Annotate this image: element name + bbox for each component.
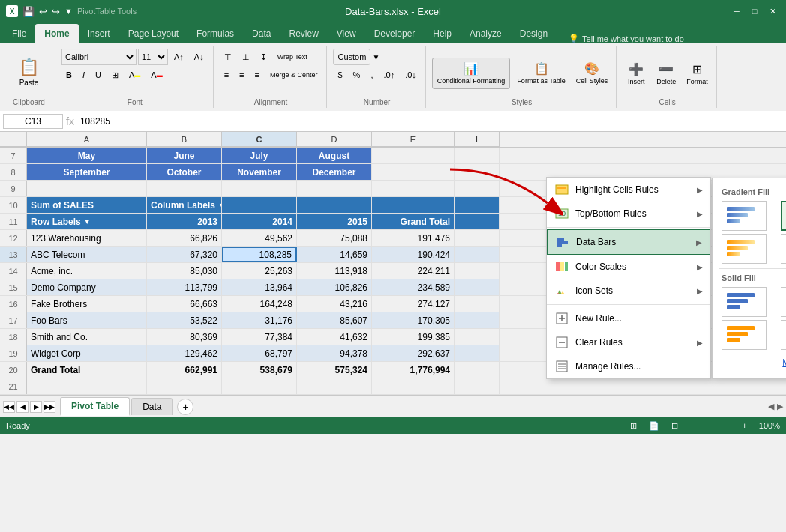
cell-b10[interactable]: Column Labels ▼	[147, 197, 222, 213]
view-pagebreak-icon[interactable]: ⊟	[671, 421, 678, 431]
cell-c10[interactable]	[222, 197, 297, 213]
zoom-in-icon[interactable]: +	[742, 421, 746, 430]
cell-e13[interactable]: 190,424	[372, 247, 454, 262]
cell-c13[interactable]: 108,285	[222, 247, 297, 262]
cell-e15[interactable]: 234,589	[372, 279, 454, 295]
cell-i8[interactable]	[454, 164, 500, 180]
scroll-left-icon[interactable]: ◀	[768, 402, 774, 411]
cell-b16[interactable]: 66,663	[147, 296, 222, 312]
cell-e7[interactable]	[372, 148, 454, 163]
cell-b9[interactable]	[147, 181, 222, 196]
cell-c20[interactable]: 538,679	[222, 362, 297, 378]
underline-button[interactable]: U	[91, 67, 106, 83]
paste-button[interactable]: 📋 Paste	[15, 55, 43, 89]
bar-orange-gradient[interactable]	[722, 234, 766, 264]
bar-green-solid[interactable]	[781, 287, 786, 317]
font-family-select[interactable]: Calibri	[62, 49, 136, 65]
cell-a12[interactable]: 123 Warehousing	[27, 230, 147, 246]
cell-c14[interactable]: 25,263	[222, 263, 297, 279]
cell-i15[interactable]	[454, 279, 500, 295]
cell-c9[interactable]	[222, 181, 297, 196]
view-layout-icon[interactable]: 📄	[649, 421, 659, 431]
cell-b8[interactable]: October	[147, 164, 222, 180]
borders-button[interactable]: ⊞	[107, 67, 123, 83]
tab-analyze[interactable]: Analyze	[460, 24, 511, 43]
cell-e14[interactable]: 224,211	[372, 263, 454, 279]
col-header-d[interactable]: D	[297, 132, 372, 147]
cell-e20[interactable]: 1,776,994	[372, 362, 454, 378]
add-sheet-button[interactable]: +	[177, 399, 194, 415]
tab-file[interactable]: File	[3, 24, 35, 43]
cell-e8[interactable]	[372, 164, 454, 180]
cell-e21[interactable]	[372, 378, 454, 394]
cell-i20[interactable]	[454, 362, 500, 378]
menu-item-databars[interactable]: Data Bars ▶	[547, 229, 710, 255]
cell-c19[interactable]: 68,797	[222, 345, 297, 361]
cell-a19[interactable]: Widget Corp	[27, 345, 147, 361]
cell-d16[interactable]: 43,216	[297, 296, 372, 312]
wrap-text-button[interactable]: Wrap Text	[273, 49, 312, 65]
bar-blue-solid[interactable]	[722, 287, 766, 317]
cell-b14[interactable]: 85,030	[147, 263, 222, 279]
cell-styles-button[interactable]: 🎨 Cell Styles	[572, 59, 612, 88]
close-button[interactable]: ✕	[765, 4, 780, 19]
zoom-slider[interactable]: ────	[706, 421, 730, 430]
cell-a9[interactable]	[27, 181, 147, 196]
cell-a17[interactable]: Foo Bars	[27, 312, 147, 328]
cell-a15[interactable]: Demo Company	[27, 279, 147, 295]
sheet-nav-first[interactable]: ◀◀	[3, 401, 15, 413]
cell-e9[interactable]	[372, 181, 454, 196]
minimize-button[interactable]: ─	[729, 4, 744, 19]
bar-orange-solid[interactable]	[722, 320, 766, 350]
cell-i21[interactable]	[454, 378, 500, 394]
fill-color-button[interactable]: A▬	[124, 67, 145, 83]
font-size-select[interactable]: 11	[138, 49, 168, 65]
cell-d15[interactable]: 106,826	[297, 279, 372, 295]
cell-e17[interactable]: 170,305	[372, 312, 454, 328]
cell-d12[interactable]: 75,088	[297, 230, 372, 246]
cell-a14[interactable]: Acme, inc.	[27, 263, 147, 279]
tab-home[interactable]: Home	[35, 24, 78, 43]
cell-b19[interactable]: 129,462	[147, 345, 222, 361]
number-dropdown-icon[interactable]: ▼	[372, 53, 380, 61]
cell-b20[interactable]: 662,991	[147, 362, 222, 378]
align-left-button[interactable]: ≡	[220, 67, 233, 83]
tab-review[interactable]: Review	[280, 24, 327, 43]
cell-e18[interactable]: 199,385	[372, 329, 454, 345]
cell-d7[interactable]: August	[297, 148, 372, 163]
quick-save[interactable]: 💾	[22, 6, 34, 17]
align-middle-button[interactable]: ⊥	[238, 49, 254, 65]
decrease-decimal-button[interactable]: .0↓	[400, 67, 421, 83]
tab-design[interactable]: Design	[511, 24, 556, 43]
cell-b7[interactable]: June	[147, 148, 222, 163]
cell-b12[interactable]: 66,826	[147, 230, 222, 246]
cell-a18[interactable]: Smith and Co.	[27, 329, 147, 345]
cell-d14[interactable]: 113,918	[297, 263, 372, 279]
tab-data[interactable]: Data	[243, 24, 280, 43]
tab-formulas[interactable]: Formulas	[188, 24, 243, 43]
cell-i9[interactable]	[454, 181, 500, 196]
col-header-i[interactable]: I	[454, 132, 500, 147]
cell-d11[interactable]: 2015	[297, 214, 372, 229]
scroll-right-icon[interactable]: ▶	[777, 402, 783, 411]
align-center-button[interactable]: ≡	[235, 67, 248, 83]
tell-me-input[interactable]: Tell me what you want to do	[582, 34, 684, 43]
cell-c18[interactable]: 77,384	[222, 329, 297, 345]
view-normal-icon[interactable]: ⊞	[630, 421, 637, 431]
cell-e10[interactable]	[372, 197, 454, 213]
cell-d13[interactable]: 14,659	[297, 247, 372, 262]
cell-c8[interactable]: November	[222, 164, 297, 180]
comma-button[interactable]: %	[349, 67, 365, 83]
cell-b13[interactable]: 67,320	[147, 247, 222, 262]
cell-i11[interactable]	[454, 214, 500, 229]
cell-i7[interactable]	[454, 148, 500, 163]
cell-d17[interactable]: 85,607	[297, 312, 372, 328]
cell-e11[interactable]: Grand Total	[372, 214, 454, 229]
cell-i17[interactable]	[454, 312, 500, 328]
cell-c11[interactable]: 2014	[222, 214, 297, 229]
cell-e19[interactable]: 292,637	[372, 345, 454, 361]
cell-i10[interactable]	[454, 197, 500, 213]
menu-item-iconsets[interactable]: Icon Sets ▶	[547, 279, 710, 303]
bold-button[interactable]: B	[62, 67, 76, 83]
cell-e12[interactable]: 191,476	[372, 230, 454, 246]
